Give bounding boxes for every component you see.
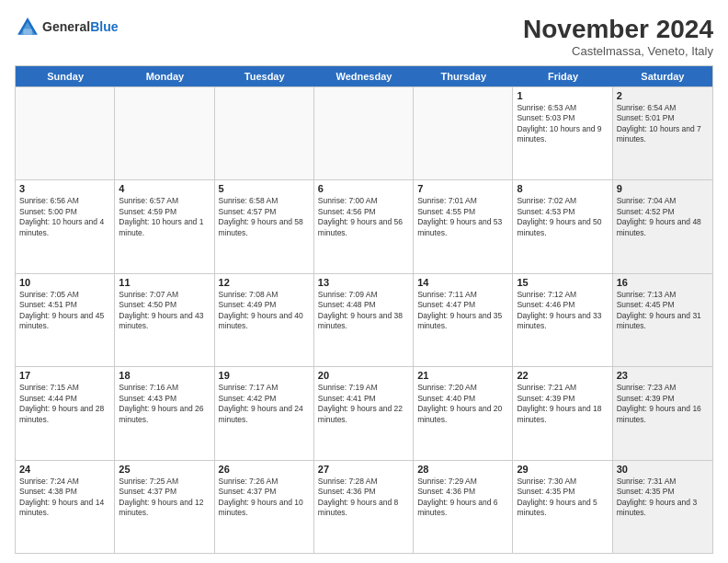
calendar-cell-r4c0: 24Sunrise: 7:24 AM Sunset: 4:38 PM Dayli… xyxy=(16,461,115,553)
calendar-cell-r3c5: 22Sunrise: 7:21 AM Sunset: 4:39 PM Dayli… xyxy=(513,367,612,459)
day-number: 5 xyxy=(219,183,310,194)
calendar-cell-r4c2: 26Sunrise: 7:26 AM Sunset: 4:37 PM Dayli… xyxy=(215,461,314,553)
calendar-cell-r3c3: 20Sunrise: 7:19 AM Sunset: 4:41 PM Dayli… xyxy=(314,367,414,459)
day-info: Sunrise: 7:25 AM Sunset: 4:37 PM Dayligh… xyxy=(119,477,210,519)
calendar-cell-r1c1: 4Sunrise: 6:57 AM Sunset: 4:59 PM Daylig… xyxy=(115,180,214,272)
header-thursday: Thursday xyxy=(414,66,513,86)
day-number: 20 xyxy=(318,370,409,381)
header-wednesday: Wednesday xyxy=(314,66,414,86)
calendar-cell-r1c3: 6Sunrise: 7:00 AM Sunset: 4:56 PM Daylig… xyxy=(314,180,414,272)
day-info: Sunrise: 7:29 AM Sunset: 4:36 PM Dayligh… xyxy=(417,477,508,519)
calendar-cell-r0c5: 1Sunrise: 6:53 AM Sunset: 5:03 PM Daylig… xyxy=(513,87,612,179)
calendar-cell-r3c6: 23Sunrise: 7:23 AM Sunset: 4:39 PM Dayli… xyxy=(613,367,712,459)
day-info: Sunrise: 7:00 AM Sunset: 4:56 PM Dayligh… xyxy=(318,196,409,238)
calendar-cell-r3c0: 17Sunrise: 7:15 AM Sunset: 4:44 PM Dayli… xyxy=(16,367,115,459)
calendar-cell-r2c5: 15Sunrise: 7:12 AM Sunset: 4:46 PM Dayli… xyxy=(513,274,612,366)
header-sunday: Sunday xyxy=(16,66,115,86)
calendar-row-1: 1Sunrise: 6:53 AM Sunset: 5:03 PM Daylig… xyxy=(16,86,712,179)
day-info: Sunrise: 7:01 AM Sunset: 4:55 PM Dayligh… xyxy=(417,196,508,238)
logo-icon xyxy=(15,15,40,40)
calendar-row-3: 10Sunrise: 7:05 AM Sunset: 4:51 PM Dayli… xyxy=(16,273,712,366)
calendar-cell-r0c6: 2Sunrise: 6:54 AM Sunset: 5:01 PM Daylig… xyxy=(613,87,712,179)
day-number: 8 xyxy=(517,183,608,194)
subtitle: Castelmassa, Veneto, Italy xyxy=(523,44,713,58)
logo-general: General xyxy=(42,19,90,34)
day-number: 2 xyxy=(617,90,709,101)
day-info: Sunrise: 7:26 AM Sunset: 4:37 PM Dayligh… xyxy=(219,477,310,519)
calendar-cell-r2c2: 12Sunrise: 7:08 AM Sunset: 4:49 PM Dayli… xyxy=(215,274,314,366)
day-info: Sunrise: 7:23 AM Sunset: 4:39 PM Dayligh… xyxy=(617,383,709,425)
day-info: Sunrise: 6:58 AM Sunset: 4:57 PM Dayligh… xyxy=(219,196,310,238)
day-number: 26 xyxy=(219,464,310,475)
calendar-cell-r3c1: 18Sunrise: 7:16 AM Sunset: 4:43 PM Dayli… xyxy=(115,367,214,459)
day-number: 13 xyxy=(318,277,409,288)
day-info: Sunrise: 7:20 AM Sunset: 4:40 PM Dayligh… xyxy=(417,383,508,425)
header-tuesday: Tuesday xyxy=(215,66,314,86)
day-number: 11 xyxy=(119,277,210,288)
calendar-header: Sunday Monday Tuesday Wednesday Thursday… xyxy=(16,66,712,86)
day-info: Sunrise: 6:53 AM Sunset: 5:03 PM Dayligh… xyxy=(517,103,608,145)
day-number: 25 xyxy=(119,464,210,475)
logo-blue: Blue xyxy=(90,19,118,34)
day-number: 16 xyxy=(617,277,709,288)
day-info: Sunrise: 7:31 AM Sunset: 4:35 PM Dayligh… xyxy=(617,477,709,519)
day-number: 17 xyxy=(19,370,110,381)
header-monday: Monday xyxy=(115,66,214,86)
day-info: Sunrise: 7:08 AM Sunset: 4:49 PM Dayligh… xyxy=(219,290,310,332)
calendar-cell-r4c4: 28Sunrise: 7:29 AM Sunset: 4:36 PM Dayli… xyxy=(414,461,513,553)
calendar-cell-r0c0 xyxy=(16,87,115,179)
day-number: 4 xyxy=(119,183,210,194)
month-title: November 2024 xyxy=(523,15,713,44)
day-info: Sunrise: 6:57 AM Sunset: 4:59 PM Dayligh… xyxy=(119,196,210,238)
day-info: Sunrise: 7:11 AM Sunset: 4:47 PM Dayligh… xyxy=(417,290,508,332)
calendar-cell-r2c3: 13Sunrise: 7:09 AM Sunset: 4:48 PM Dayli… xyxy=(314,274,414,366)
calendar-cell-r4c1: 25Sunrise: 7:25 AM Sunset: 4:37 PM Dayli… xyxy=(115,461,214,553)
day-info: Sunrise: 7:12 AM Sunset: 4:46 PM Dayligh… xyxy=(517,290,608,332)
calendar-cell-r3c2: 19Sunrise: 7:17 AM Sunset: 4:42 PM Dayli… xyxy=(215,367,314,459)
day-info: Sunrise: 7:13 AM Sunset: 4:45 PM Dayligh… xyxy=(617,290,709,332)
day-number: 15 xyxy=(517,277,608,288)
logo: GeneralBlue xyxy=(15,15,118,40)
day-info: Sunrise: 7:15 AM Sunset: 4:44 PM Dayligh… xyxy=(19,383,110,425)
calendar-cell-r1c0: 3Sunrise: 6:56 AM Sunset: 5:00 PM Daylig… xyxy=(16,180,115,272)
day-number: 3 xyxy=(19,183,110,194)
header: GeneralBlue November 2024 Castelmassa, V… xyxy=(15,15,713,58)
header-saturday: Saturday xyxy=(613,66,712,86)
day-number: 21 xyxy=(417,370,508,381)
calendar-cell-r1c4: 7Sunrise: 7:01 AM Sunset: 4:55 PM Daylig… xyxy=(414,180,513,272)
day-number: 6 xyxy=(318,183,409,194)
day-number: 9 xyxy=(617,183,709,194)
calendar-cell-r2c1: 11Sunrise: 7:07 AM Sunset: 4:50 PM Dayli… xyxy=(115,274,214,366)
day-number: 7 xyxy=(417,183,508,194)
calendar-cell-r4c5: 29Sunrise: 7:30 AM Sunset: 4:35 PM Dayli… xyxy=(513,461,612,553)
calendar-row-4: 17Sunrise: 7:15 AM Sunset: 4:44 PM Dayli… xyxy=(16,366,712,459)
day-number: 14 xyxy=(417,277,508,288)
day-number: 30 xyxy=(617,464,709,475)
day-info: Sunrise: 7:07 AM Sunset: 4:50 PM Dayligh… xyxy=(119,290,210,332)
day-number: 12 xyxy=(219,277,310,288)
day-info: Sunrise: 7:21 AM Sunset: 4:39 PM Dayligh… xyxy=(517,383,608,425)
day-number: 22 xyxy=(517,370,608,381)
day-number: 19 xyxy=(219,370,310,381)
calendar-cell-r0c2 xyxy=(215,87,314,179)
calendar-cell-r0c1 xyxy=(115,87,214,179)
day-number: 18 xyxy=(119,370,210,381)
day-number: 10 xyxy=(19,277,110,288)
logo-text: GeneralBlue xyxy=(42,20,118,34)
calendar-cell-r1c6: 9Sunrise: 7:04 AM Sunset: 4:52 PM Daylig… xyxy=(613,180,712,272)
day-info: Sunrise: 7:19 AM Sunset: 4:41 PM Dayligh… xyxy=(318,383,409,425)
calendar-body: 1Sunrise: 6:53 AM Sunset: 5:03 PM Daylig… xyxy=(16,86,712,553)
day-number: 29 xyxy=(517,464,608,475)
day-info: Sunrise: 7:04 AM Sunset: 4:52 PM Dayligh… xyxy=(617,196,709,238)
svg-rect-2 xyxy=(23,29,31,35)
title-block: November 2024 Castelmassa, Veneto, Italy xyxy=(523,15,713,58)
calendar-row-5: 24Sunrise: 7:24 AM Sunset: 4:38 PM Dayli… xyxy=(16,460,712,553)
header-friday: Friday xyxy=(513,66,612,86)
calendar-cell-r2c0: 10Sunrise: 7:05 AM Sunset: 4:51 PM Dayli… xyxy=(16,274,115,366)
day-info: Sunrise: 7:09 AM Sunset: 4:48 PM Dayligh… xyxy=(318,290,409,332)
day-info: Sunrise: 7:17 AM Sunset: 4:42 PM Dayligh… xyxy=(219,383,310,425)
day-info: Sunrise: 6:56 AM Sunset: 5:00 PM Dayligh… xyxy=(19,196,110,238)
calendar-cell-r0c4 xyxy=(414,87,513,179)
day-info: Sunrise: 7:28 AM Sunset: 4:36 PM Dayligh… xyxy=(318,477,409,519)
calendar-cell-r1c5: 8Sunrise: 7:02 AM Sunset: 4:53 PM Daylig… xyxy=(513,180,612,272)
